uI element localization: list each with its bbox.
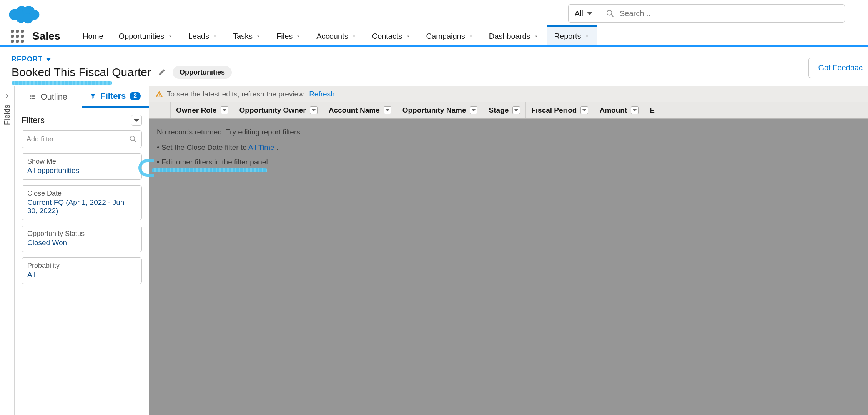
column-header[interactable]: Account Name [323,102,397,118]
filters-heading: Filters [22,115,45,125]
column-menu-button[interactable] [310,106,318,114]
grid-header-row: Owner RoleOpportunity OwnerAccount NameO… [149,102,868,119]
report-type-label: REPORT [12,55,43,63]
nav-tab-label: Files [276,32,293,41]
tab-filters[interactable]: Filters 2 [82,86,149,108]
filter-card[interactable]: ProbabilityAll [22,257,142,284]
column-menu-button[interactable] [512,106,520,114]
filter-icon [90,93,96,100]
chevron-right-icon: › [6,91,8,101]
nav-tab-files[interactable]: Files [269,27,309,45]
column-header[interactable]: Amount [594,102,644,118]
app-launcher-icon[interactable] [11,30,24,43]
column-header[interactable]: Fiscal Period [526,102,594,118]
fields-rail-label: Fields [3,105,12,125]
filters-count-badge: 2 [130,92,141,100]
column-header[interactable]: E [644,102,660,118]
nav-tab-accounts[interactable]: Accounts [309,27,364,45]
search-input[interactable] [620,9,838,18]
report-left-panel: Outline Filters 2 Filters Show MeAll opp… [15,86,149,415]
svg-rect-11 [159,95,160,96]
column-menu-button[interactable] [221,106,228,114]
report-preview: To see the latest edits, refresh the pre… [149,86,868,415]
nav-tab-campaigns[interactable]: Campaigns [419,27,481,45]
fields-rail[interactable]: › Fields [0,86,15,415]
filter-card-value: All [27,271,136,279]
column-header-label: E [650,106,655,115]
report-entity-pill: Opportunities [173,66,232,79]
got-feedback-button[interactable]: Got Feedbac [808,58,868,78]
chevron-down-icon [256,33,261,39]
column-menu-button[interactable] [580,106,588,114]
refresh-link[interactable]: Refresh [309,90,335,98]
svg-line-9 [134,140,136,142]
chevron-down-icon [534,33,539,39]
chevron-down-icon [587,12,592,15]
svg-point-8 [130,136,135,141]
svg-line-7 [611,15,614,17]
column-header[interactable]: Opportunity Name [397,102,484,118]
search-icon [606,9,614,18]
chevron-down-icon [584,33,590,39]
nav-tab-contacts[interactable]: Contacts [364,27,419,45]
tab-outline-label: Outline [40,92,67,102]
empty-suggestion-1: • Set the Close Date filter to All Time … [157,143,860,152]
search-icon [129,135,137,143]
column-header[interactable]: Owner Role [171,102,234,118]
chevron-down-icon [134,119,139,122]
column-menu-button[interactable] [631,106,639,114]
filter-card-label: Close Date [27,189,136,198]
report-type-dropdown[interactable]: REPORT [12,55,856,63]
row-number-column [149,102,171,118]
filter-card-value: Closed Won [27,239,136,247]
app-name: Sales [32,30,60,42]
column-header[interactable]: Stage [483,102,526,118]
nav-tab-label: Campaigns [426,32,465,41]
refresh-banner: To see the latest edits, refresh the pre… [149,86,868,102]
filter-card-value: All opportunities [27,166,136,175]
empty-suggestion-2: • Edit other filters in the filter panel… [157,158,860,166]
chevron-down-icon [351,33,357,39]
empty-message: No records returned. Try editing report … [157,128,860,136]
filter-card[interactable]: Opportunity StatusClosed Won [22,226,142,252]
nav-tab-label: Home [83,32,103,41]
search-scope-dropdown[interactable]: All [568,4,599,23]
add-filter-input[interactable] [27,135,125,143]
add-filter-input-wrap[interactable] [22,130,142,148]
nav-tab-reports[interactable]: Reports [547,25,597,45]
global-header: All [0,0,868,27]
filter-card-label: Opportunity Status [27,230,136,238]
filter-card-label: Probability [27,262,136,270]
banner-text: To see the latest edits, refresh the pre… [167,90,305,98]
column-header[interactable]: Opportunity Owner [234,102,323,118]
filter-card[interactable]: Show MeAll opportunities [22,153,142,180]
list-icon [29,93,37,101]
nav-tab-leads[interactable]: Leads [181,27,226,45]
filters-menu-button[interactable] [131,115,142,126]
all-time-link[interactable]: All Time [248,143,274,151]
nav-tab-label: Contacts [372,32,402,41]
warning-icon [155,90,163,98]
svg-rect-10 [159,93,160,95]
chevron-down-icon [468,33,474,39]
nav-tab-opportunities[interactable]: Opportunities [111,27,181,45]
column-header-label: Fiscal Period [531,106,577,115]
column-menu-button[interactable] [470,106,477,114]
edit-title-button[interactable] [158,68,166,76]
filter-card[interactable]: Close DateCurrent FQ (Apr 1, 2022 - Jun … [22,185,142,220]
search-scope-label: All [575,9,583,18]
nav-tab-dashboards[interactable]: Dashboards [481,27,547,45]
nav-tab-label: Opportunities [119,32,165,41]
chevron-down-icon [296,33,301,39]
chevron-down-icon [168,33,173,39]
nav-tab-home[interactable]: Home [75,27,111,45]
column-menu-button[interactable] [384,106,391,114]
report-title[interactable]: Booked This Fiscal Quarter [12,66,151,79]
column-header-label: Opportunity Owner [239,106,306,115]
salesforce-logo [8,3,40,24]
tab-outline[interactable]: Outline [15,86,82,108]
nav-tab-tasks[interactable]: Tasks [225,27,269,45]
column-header-label: Stage [489,106,509,115]
chevron-down-icon [212,33,218,39]
search-box[interactable] [599,4,845,23]
